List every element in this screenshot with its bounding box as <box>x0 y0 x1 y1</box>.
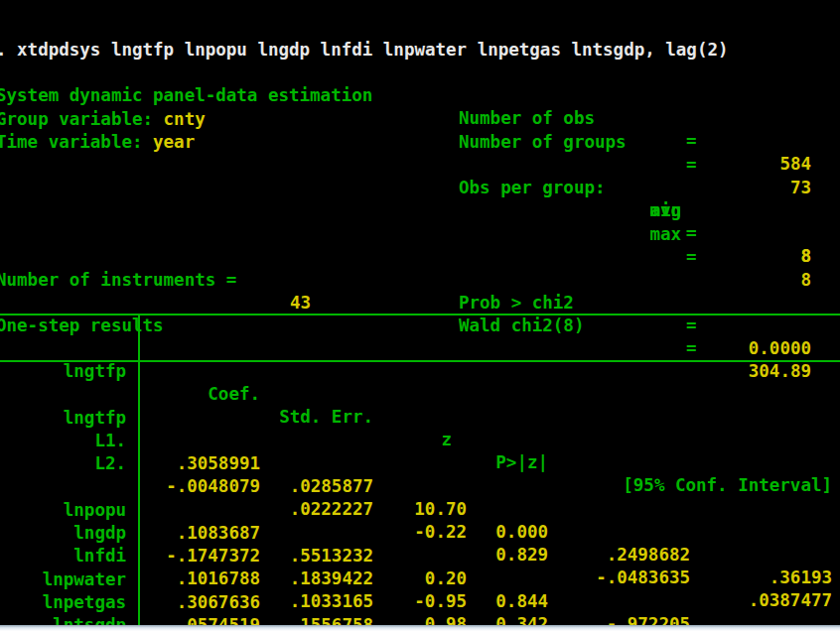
table-row-lngdp: lngdp -.1747372 .1839422 -0.95 0.342 -.5… <box>0 499 840 522</box>
table-row-l1: L1. .3058991 .0285877 10.70 0.000 .24986… <box>0 407 840 430</box>
row-label: L2. <box>0 452 126 475</box>
wald-value: 304.89 <box>692 360 811 383</box>
time-variable-value: year <box>153 132 195 152</box>
wald-label: Wald chi2(8) <box>459 315 584 337</box>
prob-chi2-line: Prob > chi2 = 0.0000 <box>0 269 840 292</box>
table-row-group-lngtfp: lngtfp <box>0 384 840 407</box>
command-text: . xtdpdsys lngtfp lnpopu lngdp lnfdi lnp… <box>0 39 729 62</box>
window-bottom-edge <box>0 625 840 631</box>
obs-per-group-avg-line: avg = 8 <box>0 177 840 199</box>
obs-per-group-min-line: Obs per group: min = 8 <box>0 154 840 177</box>
table-row-lnpetgas: lnpetgas .0574519 .0677657 0.85 0.397 -.… <box>0 568 840 591</box>
results-type-line: One-step results <box>0 292 840 315</box>
estimation-header-line-3: Time variable: year <box>0 108 840 131</box>
prob-equals: = <box>686 315 697 337</box>
stata-results-window[interactable]: . xtdpdsys lngtfp lnpopu lngdp lnfdi lnp… <box>0 0 840 631</box>
table-row-lnfdi: lnfdi .1016788 .1033165 0.98 0.325 -.100… <box>0 522 840 545</box>
coef-value: .3058991 <box>139 452 260 475</box>
p-header: P>|z| <box>471 451 548 474</box>
instruments-wald-line: Number of instruments = 43 Wald chi2(8) … <box>0 246 840 269</box>
table-header-row: lngtfp Coef. Std. Err. z P>|z| [95% Conf… <box>0 337 840 360</box>
table-top-rule <box>0 314 840 316</box>
num-groups-label: Number of groups <box>459 131 627 154</box>
depvar-header: lngtfp <box>0 360 126 383</box>
table-row-lnpopu: lnpopu .1083687 .5513232 0.20 0.844 -.97… <box>0 476 840 499</box>
obs-per-group-max-line: max = 8 <box>0 200 840 223</box>
table-row-lnpwater: lnpwater .3067636 .1556758 1.97 0.049 .0… <box>0 546 840 568</box>
table-row-l2: L2. -.0048079 .0222227 -0.22 0.829 -.048… <box>0 430 840 452</box>
num-obs-equals: = <box>686 130 697 153</box>
max-key: max <box>582 223 681 246</box>
command-line: . xtdpdsys lngtfp lnpopu lngdp lnfdi lnp… <box>0 16 840 39</box>
table-row-lntsgdp: lntsgdp -.9021597 .5879932 -1.53 0.125 -… <box>0 591 840 614</box>
avg-equals: = <box>686 222 697 245</box>
time-variable-label: Time variable: <box>0 132 153 152</box>
estimation-header-line-2: Group variable: cnty Number of groups = … <box>0 85 840 108</box>
time-variable: Time variable: year <box>0 131 195 154</box>
estimation-header-line-1: System dynamic panel-data estimation Num… <box>0 62 840 84</box>
